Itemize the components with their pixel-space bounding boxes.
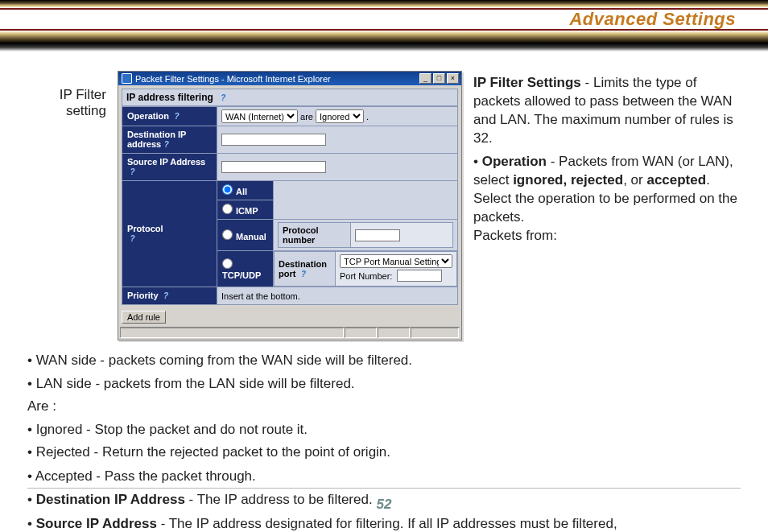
close-button[interactable]: × <box>447 73 459 84</box>
protocol-all-radio[interactable] <box>222 184 233 195</box>
operation-value: WAN (Internet) are Ignored . <box>217 107 458 126</box>
dest-port-select[interactable]: TCP Port Manual Setting <box>340 254 452 268</box>
protocol-label: Protocol? <box>122 181 217 287</box>
protocol-tcpudp-radio[interactable] <box>222 258 233 269</box>
operation-from-select[interactable]: WAN (Internet) <box>221 109 298 123</box>
page-title: Advanced Settings <box>569 9 736 30</box>
minimize-button[interactable]: _ <box>419 73 431 84</box>
protocol-manual-cell: Manual <box>217 220 274 251</box>
window-titlebar: Packet Filter Settings - Microsoft Inter… <box>118 72 461 85</box>
help-icon[interactable]: ? <box>127 233 138 244</box>
banner-gradient-top <box>0 0 768 8</box>
window-icon <box>122 73 132 84</box>
dest-port-label: Destination port ? <box>275 252 336 287</box>
operation-label: Operation ? <box>122 107 217 126</box>
protocol-icmp-radio[interactable] <box>222 204 233 214</box>
priority-value: Insert at the bottom. <box>217 287 458 305</box>
help-icon[interactable]: ? <box>218 93 229 103</box>
ie-window: Packet Filter Settings - Microsoft Inter… <box>118 71 462 340</box>
banner-gradient-bottom <box>0 31 768 52</box>
protocol-number-input[interactable] <box>355 229 400 241</box>
help-icon[interactable]: ? <box>161 291 171 301</box>
title-strip: Advanced Settings <box>0 8 768 31</box>
figure-caption: IP Filter setting <box>27 71 106 120</box>
src-ip-label: Source IP Address ? <box>122 154 217 181</box>
help-icon[interactable]: ? <box>171 111 182 122</box>
add-rule-button[interactable]: Add rule <box>122 311 166 324</box>
section-heading: IP address filtering ? <box>122 89 458 106</box>
priority-label: Priority ? <box>122 287 217 305</box>
operation-action-select[interactable]: Ignored <box>316 109 364 123</box>
port-number-label: Port Number: <box>340 271 392 281</box>
src-ip-input[interactable] <box>221 161 326 173</box>
window-title: Packet Filter Settings - Microsoft Inter… <box>135 74 331 84</box>
help-icon[interactable]: ? <box>127 167 138 177</box>
header-banner: Advanced Settings <box>0 0 768 52</box>
dest-ip-input[interactable] <box>221 134 326 146</box>
protocol-manual-radio[interactable] <box>222 229 233 240</box>
protocol-number-label: Protocol number <box>279 223 351 248</box>
protocol-icmp-cell: ICMP <box>217 200 274 220</box>
port-number-input[interactable] <box>397 270 442 282</box>
footer-divider <box>27 488 741 489</box>
maximize-button[interactable]: □ <box>433 73 445 84</box>
ip-filter-settings-heading: IP Filter Settings <box>473 75 581 90</box>
protocol-tcpudp-cell: TCP/UDP <box>217 251 274 287</box>
page-number: 52 <box>0 497 768 513</box>
protocol-all-cell: All <box>217 181 274 200</box>
help-icon[interactable]: ? <box>161 139 171 150</box>
help-icon[interactable]: ? <box>298 269 308 279</box>
dest-ip-label: Destination IP address? <box>122 126 217 154</box>
filter-form: Operation ? WAN (Internet) are Ignored .… <box>122 106 458 305</box>
description-column: IP Filter Settings - Limits the type of … <box>473 71 741 245</box>
status-bar <box>120 327 460 338</box>
